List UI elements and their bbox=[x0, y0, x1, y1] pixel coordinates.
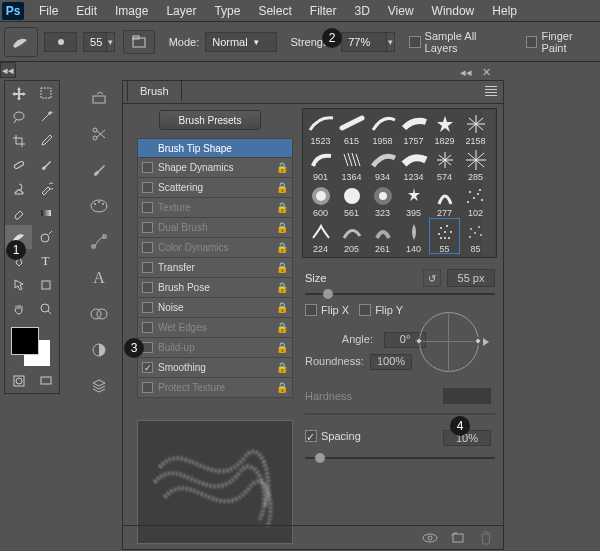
color-swatches[interactable] bbox=[5, 321, 61, 369]
brush-thumb-224[interactable]: 224 bbox=[305, 218, 336, 254]
brush-thumb-1958[interactable]: 1958 bbox=[367, 110, 398, 146]
toggle-preview-button[interactable] bbox=[419, 529, 441, 547]
history-panel-icon[interactable] bbox=[78, 80, 120, 116]
slider-thumb-icon[interactable] bbox=[323, 289, 333, 299]
zoom-tool[interactable] bbox=[32, 297, 59, 321]
brush-thumb-277[interactable]: 277 bbox=[429, 182, 460, 218]
path-select-tool[interactable] bbox=[5, 273, 32, 297]
eyedropper-tool[interactable] bbox=[32, 129, 59, 153]
menu-help[interactable]: Help bbox=[483, 0, 526, 22]
foreground-color[interactable] bbox=[11, 327, 39, 355]
flip-x-checkbox[interactable]: Flip X bbox=[305, 304, 349, 316]
tool-preset-picker[interactable] bbox=[4, 27, 38, 57]
shape-tool[interactable] bbox=[32, 273, 59, 297]
panel-collapse-button[interactable]: ◂◂ bbox=[459, 65, 473, 79]
brush-thumb-2158[interactable]: 2158 bbox=[460, 110, 491, 146]
brush-size-thumb[interactable] bbox=[44, 32, 78, 52]
brush-panel-toggle[interactable] bbox=[123, 30, 155, 54]
brush-thumb-1364[interactable]: 1364 bbox=[336, 146, 367, 182]
brush-thumb-934[interactable]: 934 bbox=[367, 146, 398, 182]
brush-thumb-1829[interactable]: 1829 bbox=[429, 110, 460, 146]
panel-menu-button[interactable] bbox=[483, 84, 499, 98]
paths-panel-icon[interactable] bbox=[78, 224, 120, 260]
brush-thumb-615[interactable]: 615 bbox=[336, 110, 367, 146]
new-brush-button[interactable] bbox=[447, 529, 469, 547]
stamp-tool[interactable] bbox=[5, 177, 32, 201]
dodge-tool[interactable] bbox=[32, 225, 59, 249]
brush-thumb-102[interactable]: 102 bbox=[460, 182, 491, 218]
adjustments-panel-icon[interactable] bbox=[78, 332, 120, 368]
brush-setting-wet-edges[interactable]: Wet Edges🔒 bbox=[137, 318, 293, 338]
brush-setting-scattering[interactable]: Scattering🔒 bbox=[137, 178, 293, 198]
brush-thumb-561[interactable]: 561 bbox=[336, 182, 367, 218]
collapse-panels-button[interactable]: ◂◂ bbox=[0, 62, 16, 78]
crop-tool[interactable] bbox=[5, 129, 32, 153]
brush-thumb-901[interactable]: 901 bbox=[305, 146, 336, 182]
brush-thumb-395[interactable]: 395 bbox=[398, 182, 429, 218]
menu-edit[interactable]: Edit bbox=[67, 0, 106, 22]
brush-panel-icon[interactable] bbox=[78, 152, 120, 188]
menu-image[interactable]: Image bbox=[106, 0, 157, 22]
menu-window[interactable]: Window bbox=[423, 0, 484, 22]
panel-close-button[interactable]: ✕ bbox=[479, 65, 493, 79]
lasso-tool[interactable] bbox=[5, 105, 32, 129]
strength-select[interactable]: 77% bbox=[341, 32, 387, 52]
glyphs-panel-icon[interactable]: A bbox=[78, 260, 120, 296]
marquee-tool[interactable] bbox=[32, 81, 59, 105]
slider-thumb-icon[interactable] bbox=[315, 453, 325, 463]
menu-filter[interactable]: Filter bbox=[301, 0, 346, 22]
angle-compass[interactable] bbox=[411, 304, 489, 382]
brush-thumb-261[interactable]: 261 bbox=[367, 218, 398, 254]
menu-3d[interactable]: 3D bbox=[345, 0, 378, 22]
brush-setting-brush-pose[interactable]: Brush Pose🔒 bbox=[137, 278, 293, 298]
strength-dropdown[interactable] bbox=[387, 32, 395, 52]
delete-brush-button[interactable] bbox=[475, 529, 497, 547]
brush-setting-smoothing[interactable]: ✓Smoothing🔒 bbox=[137, 358, 293, 378]
menu-file[interactable]: File bbox=[30, 0, 67, 22]
reset-size-button[interactable]: ↺ bbox=[423, 269, 441, 287]
size-value[interactable]: 55 px bbox=[447, 269, 495, 287]
brush-thumb-85[interactable]: 85 bbox=[460, 218, 491, 254]
hand-tool[interactable] bbox=[5, 297, 32, 321]
brush-thumb-55[interactable]: 55 bbox=[429, 218, 460, 254]
brush-setting-texture[interactable]: Texture🔒 bbox=[137, 198, 293, 218]
brush-setting-shape-dynamics[interactable]: Shape Dynamics🔒 bbox=[137, 158, 293, 178]
brush-tool[interactable] bbox=[32, 153, 59, 177]
swatches-panel-icon[interactable] bbox=[78, 188, 120, 224]
brush-presets-button[interactable]: Brush Presets bbox=[159, 110, 261, 130]
sample-all-layers-checkbox[interactable]: Sample All Layers bbox=[409, 30, 512, 54]
screenmode-toggle[interactable] bbox=[32, 369, 59, 393]
brush-picker-dropdown[interactable] bbox=[107, 32, 115, 52]
brush-setting-protect-texture[interactable]: Protect Texture🔒 bbox=[137, 378, 293, 398]
spacing-slider[interactable] bbox=[305, 452, 495, 464]
menu-select[interactable]: Select bbox=[249, 0, 300, 22]
brush-thumb-1234[interactable]: 1234 bbox=[398, 146, 429, 182]
brush-setting-brush-tip-shape[interactable]: Brush Tip Shape bbox=[137, 138, 293, 158]
menu-type[interactable]: Type bbox=[205, 0, 249, 22]
brush-thumb-285[interactable]: 285 bbox=[460, 146, 491, 182]
quickmask-toggle[interactable] bbox=[5, 369, 32, 393]
actions-panel-icon[interactable] bbox=[78, 116, 120, 152]
brush-setting-color-dynamics[interactable]: Color Dynamics🔒 bbox=[137, 238, 293, 258]
brush-thumb-1757[interactable]: 1757 bbox=[398, 110, 429, 146]
brush-setting-build-up[interactable]: Build-up🔒 bbox=[137, 338, 293, 358]
brush-thumb-323[interactable]: 323 bbox=[367, 182, 398, 218]
brush-tab[interactable]: Brush bbox=[127, 80, 182, 102]
brush-setting-transfer[interactable]: Transfer🔒 bbox=[137, 258, 293, 278]
brush-thumb-574[interactable]: 574 bbox=[429, 146, 460, 182]
brush-thumb-140[interactable]: 140 bbox=[398, 218, 429, 254]
spacing-checkbox[interactable]: ✓Spacing bbox=[305, 430, 361, 442]
wand-tool[interactable] bbox=[32, 105, 59, 129]
gradient-tool[interactable] bbox=[32, 201, 59, 225]
roundness-value[interactable]: 100% bbox=[370, 354, 412, 370]
eraser-tool[interactable] bbox=[5, 201, 32, 225]
flip-y-checkbox[interactable]: Flip Y bbox=[359, 304, 403, 316]
move-tool[interactable] bbox=[5, 81, 32, 105]
cc-panel-icon[interactable] bbox=[78, 296, 120, 332]
type-tool[interactable]: T bbox=[32, 249, 59, 273]
menu-layer[interactable]: Layer bbox=[157, 0, 205, 22]
brush-thumb-1523[interactable]: 1523 bbox=[305, 110, 336, 146]
brush-setting-noise[interactable]: Noise🔒 bbox=[137, 298, 293, 318]
history-brush-tool[interactable] bbox=[32, 177, 59, 201]
layers-panel-icon[interactable] bbox=[78, 368, 120, 404]
